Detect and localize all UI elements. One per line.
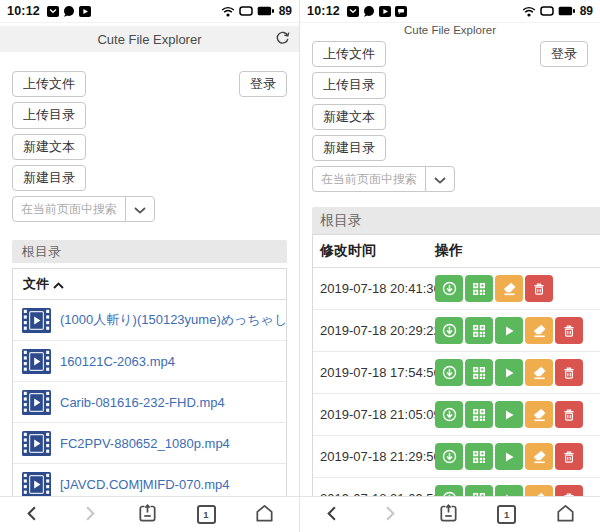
chevron-left-icon <box>323 504 342 526</box>
erase-button[interactable] <box>525 443 553 470</box>
download-button[interactable] <box>435 359 463 386</box>
file-link[interactable]: (1000人斬り)(150123yume)めっちゃしたい! <box>60 311 286 329</box>
search-dropdown-button[interactable] <box>425 166 455 192</box>
file-table-header[interactable]: 文件 <box>13 269 286 300</box>
video-file-icon <box>22 431 51 456</box>
file-row: FC2PPV-880652_1080p.mp4 <box>13 423 286 464</box>
status-bar: 10:12 89 <box>300 0 600 23</box>
download-icon <box>442 407 457 422</box>
play-button[interactable] <box>495 443 523 470</box>
erase-icon <box>502 281 517 296</box>
nav-back-button[interactable] <box>23 504 42 526</box>
file-list: (1000人斬り)(150123yume)めっちゃしたい!160121C-206… <box>13 300 286 504</box>
video-icon <box>79 6 91 17</box>
modified-time: 2019-07-18 20:29:22 <box>313 323 435 338</box>
nav-forward-button[interactable] <box>380 504 399 526</box>
tab-count-icon: 1 <box>497 505 516 524</box>
file-link[interactable]: 160121C-2063.mp4 <box>60 354 175 369</box>
qrcode-icon <box>472 366 486 380</box>
erase-button[interactable] <box>495 275 523 302</box>
nav-share-button[interactable] <box>437 502 460 528</box>
login-button[interactable]: 登录 <box>540 41 588 67</box>
new-text-button[interactable]: 新建文本 <box>312 104 386 130</box>
video-file-icon <box>22 390 51 415</box>
upload-file-button[interactable]: 上传文件 <box>12 71 86 97</box>
search-input[interactable] <box>312 166 426 192</box>
sort-ascending-icon <box>53 277 64 292</box>
file-row: (1000人斬り)(150123yume)めっちゃしたい! <box>13 300 286 341</box>
trash-button[interactable] <box>555 401 583 428</box>
modified-time: 2019-07-18 21:05:09 <box>313 407 435 422</box>
new-dir-button[interactable]: 新建目录 <box>312 135 386 161</box>
erase-icon <box>532 449 547 464</box>
play-button[interactable] <box>495 317 523 344</box>
download-icon <box>442 365 457 380</box>
share-export-icon <box>437 502 460 528</box>
nav-forward-button[interactable] <box>80 504 99 526</box>
qrcode-button[interactable] <box>465 275 493 302</box>
nav-home-button[interactable] <box>554 502 577 528</box>
qrcode-button[interactable] <box>465 317 493 344</box>
file-link[interactable]: FC2PPV-880652_1080p.mp4 <box>60 436 230 451</box>
nav-share-button[interactable] <box>136 502 159 528</box>
refresh-button[interactable] <box>274 31 290 47</box>
download-button[interactable] <box>435 443 463 470</box>
play-button[interactable] <box>495 401 523 428</box>
trash-icon <box>562 324 576 338</box>
trash-button[interactable] <box>555 359 583 386</box>
qrcode-button[interactable] <box>465 443 493 470</box>
new-text-button[interactable]: 新建文本 <box>12 134 86 160</box>
file-table: 文件 (1000人斬り)(150123yume)めっちゃしたい!160121C-… <box>12 268 287 505</box>
bottom-nav-bar: 1 <box>300 496 600 532</box>
refresh-icon <box>275 30 290 48</box>
toolbar: 上传文件 登录 上传目录 新建文本 新建目录 <box>0 71 299 222</box>
new-dir-button[interactable]: 新建目录 <box>12 165 86 191</box>
file-link[interactable]: [JAVCD.COM]MIFD-070.mp4 <box>60 477 230 492</box>
bottom-nav-bar: 1 <box>0 496 299 532</box>
upload-file-button[interactable]: 上传文件 <box>312 41 386 67</box>
chevron-right-icon <box>80 504 99 526</box>
qrcode-icon <box>472 324 486 338</box>
trash-icon <box>532 282 546 296</box>
app-title: Cute File Explorer <box>97 32 201 47</box>
trash-button[interactable] <box>555 443 583 470</box>
download-icon <box>442 449 457 464</box>
right-screen: 10:12 89 Cute File Explorer 上传文件 登录 上传目录… <box>300 0 600 532</box>
login-button[interactable]: 登录 <box>239 71 287 97</box>
message-icon <box>395 6 407 17</box>
upload-dir-button[interactable]: 上传目录 <box>312 72 386 98</box>
home-icon <box>253 502 276 528</box>
download-button[interactable] <box>435 401 463 428</box>
erase-button[interactable] <box>525 359 553 386</box>
file-row: 160121C-2063.mp4 <box>13 341 286 382</box>
nav-tabs-button[interactable]: 1 <box>197 505 216 524</box>
nav-home-button[interactable] <box>253 502 276 528</box>
upload-dir-button[interactable]: 上传目录 <box>12 102 86 128</box>
file-link[interactable]: Carib-081616-232-FHD.mp4 <box>60 395 225 410</box>
trash-button[interactable] <box>525 275 553 302</box>
erase-button[interactable] <box>525 401 553 428</box>
tab-count-icon: 1 <box>197 505 216 524</box>
qrcode-icon <box>472 282 486 296</box>
play-button[interactable] <box>495 359 523 386</box>
root-dir-bar: 根目录 <box>312 207 600 234</box>
modified-time-column-label[interactable]: 修改时间 <box>313 242 435 260</box>
nav-tabs-button[interactable]: 1 <box>497 505 516 524</box>
chevron-right-icon <box>380 504 399 526</box>
download-button[interactable] <box>435 275 463 302</box>
file-row: Carib-081616-232-FHD.mp4 <box>13 382 286 423</box>
nav-back-button[interactable] <box>323 504 342 526</box>
play-icon <box>502 366 516 380</box>
search-input[interactable] <box>12 196 126 222</box>
qrcode-button[interactable] <box>465 401 493 428</box>
download-button[interactable] <box>435 317 463 344</box>
toolbar: 上传文件 登录 上传目录 新建文本 新建目录 <box>300 41 600 192</box>
trash-button[interactable] <box>555 317 583 344</box>
search-dropdown-button[interactable] <box>125 196 155 222</box>
status-bar: 10:12 89 <box>0 0 299 23</box>
action-buttons <box>435 275 553 302</box>
modified-time: 2019-07-18 20:41:36 <box>313 281 435 296</box>
screenshot-canvas: 10:12 89 Cute File Explorer 上传文件 登录 上传目录… <box>0 0 600 532</box>
qrcode-button[interactable] <box>465 359 493 386</box>
erase-button[interactable] <box>525 317 553 344</box>
